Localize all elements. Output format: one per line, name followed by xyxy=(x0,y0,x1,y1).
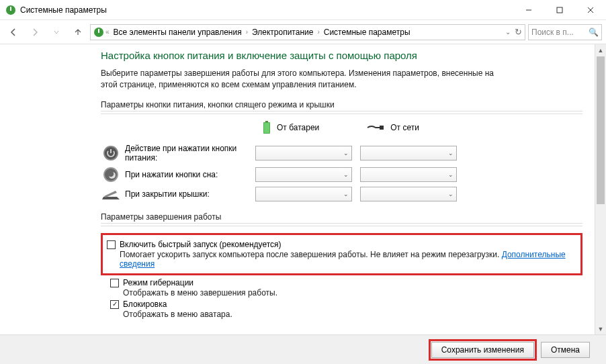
search-input[interactable]: Поиск в п... 🔍 xyxy=(528,24,602,40)
refresh-icon[interactable]: ↻ xyxy=(515,27,522,37)
svg-rect-3 xyxy=(557,7,562,13)
power-options-icon xyxy=(93,27,104,38)
sleep-button-battery-select[interactable]: ⌄ xyxy=(255,167,352,182)
back-button[interactable] xyxy=(4,23,23,42)
chevron-down-icon: ⌄ xyxy=(343,150,349,156)
breadcrumb-item[interactable]: Электропитание xyxy=(249,28,316,37)
plug-icon xyxy=(366,124,385,132)
window-title: Системные параметры xyxy=(20,5,513,15)
svg-rect-1 xyxy=(10,7,11,11)
content-area: Настройка кнопок питания и включение защ… xyxy=(0,44,595,334)
lid-close-ac-select[interactable]: ⌄ xyxy=(360,187,457,201)
scroll-up-icon[interactable]: ▲ xyxy=(595,44,606,56)
chevron-right-icon: › xyxy=(246,28,248,36)
vertical-scrollbar[interactable]: ▲ ▼ xyxy=(595,44,606,334)
power-button-battery-select[interactable]: ⌄ xyxy=(255,146,352,161)
row-lid-close: При закрытии крышки: ⌄ ⌄ xyxy=(101,187,582,201)
power-button-label: Действие при нажатии кнопки питания: xyxy=(121,144,255,163)
lock-checkbox[interactable] xyxy=(110,300,119,309)
lid-close-label: При закрытии крышки: xyxy=(121,189,255,199)
svg-rect-8 xyxy=(265,121,268,122)
window-controls xyxy=(513,0,606,19)
power-button-ac-select[interactable]: ⌄ xyxy=(360,146,457,161)
sleep-button-ac-select[interactable]: ⌄ xyxy=(360,167,457,182)
section-power-buttons: Параметры кнопки питания, кнопки спящего… xyxy=(101,100,582,109)
power-button-icon xyxy=(103,145,119,161)
fast-startup-highlight: Включить быстрый запуск (рекомендуется) … xyxy=(101,233,582,275)
chevron-down-icon: ⌄ xyxy=(448,150,453,156)
battery-icon xyxy=(262,121,271,134)
fast-startup-title: Включить быстрый запуск (рекомендуется) xyxy=(120,240,576,249)
hibernate-desc: Отображать в меню завершения работы. xyxy=(123,288,277,298)
lock-title: Блокировка xyxy=(123,300,232,309)
lid-close-icon xyxy=(102,187,120,201)
titlebar: Системные параметры xyxy=(0,0,606,20)
section-shutdown: Параметры завершения работы xyxy=(101,212,582,222)
hibernate-checkbox[interactable] xyxy=(110,279,119,287)
chevron-down-icon[interactable]: ⌄ xyxy=(505,28,511,36)
svg-rect-11 xyxy=(380,126,384,130)
forward-button[interactable] xyxy=(26,23,44,42)
lock-desc: Отображать в меню аватара. xyxy=(123,310,232,319)
power-options-icon xyxy=(5,5,16,15)
fast-startup-desc: Помогает ускорить запуск компьютера посл… xyxy=(120,250,576,269)
search-placeholder: Поиск в п... xyxy=(531,28,574,37)
chevron-down-icon: ⌄ xyxy=(343,191,349,197)
column-ac-label: От сети xyxy=(390,123,419,132)
chevron-down-icon: ⌄ xyxy=(448,171,453,178)
breadcrumb-item[interactable]: Системные параметры xyxy=(321,28,413,37)
maximize-button[interactable] xyxy=(544,0,575,19)
row-power-button: Действие при нажатии кнопки питания: ⌄ ⌄ xyxy=(101,144,582,163)
minimize-button[interactable] xyxy=(513,0,544,19)
breadcrumb[interactable]: « Все элементы панели управления › Элект… xyxy=(90,24,525,40)
search-icon: 🔍 xyxy=(589,28,599,37)
scroll-down-icon[interactable]: ▼ xyxy=(595,323,606,334)
column-battery-label: От батареи xyxy=(277,123,319,132)
navbar: « Все элементы панели управления › Элект… xyxy=(0,20,606,44)
save-button[interactable]: Сохранить изменения xyxy=(431,342,534,358)
chevron-right-icon: « xyxy=(105,28,110,36)
lid-close-battery-select[interactable]: ⌄ xyxy=(255,187,352,201)
hibernate-title: Режим гибернации xyxy=(123,278,277,287)
svg-rect-10 xyxy=(264,123,269,133)
page-heading: Настройка кнопок питания и включение защ… xyxy=(101,50,582,61)
close-button[interactable] xyxy=(575,0,606,19)
chevron-right-icon: › xyxy=(317,28,319,36)
column-headers: От батареи От сети xyxy=(262,121,582,134)
cancel-button[interactable]: Отмена xyxy=(541,342,590,358)
breadcrumb-item[interactable]: Все элементы панели управления xyxy=(111,28,245,37)
svg-rect-7 xyxy=(98,29,99,33)
sleep-button-icon xyxy=(103,167,119,183)
chevron-down-icon: ⌄ xyxy=(448,191,453,197)
footer: Сохранить изменения Отмена xyxy=(0,334,606,364)
fast-startup-checkbox[interactable] xyxy=(107,240,116,249)
chevron-down-icon: ⌄ xyxy=(343,171,349,178)
row-sleep-button: При нажатии кнопки сна: ⌄ ⌄ xyxy=(101,167,582,183)
scrollbar-thumb[interactable] xyxy=(597,56,605,204)
page-intro: Выберите параметры завершения работы для… xyxy=(101,68,504,91)
recent-dropdown[interactable] xyxy=(47,23,66,42)
sleep-button-label: При нажатии кнопки сна: xyxy=(121,170,255,179)
up-button[interactable] xyxy=(69,23,87,42)
